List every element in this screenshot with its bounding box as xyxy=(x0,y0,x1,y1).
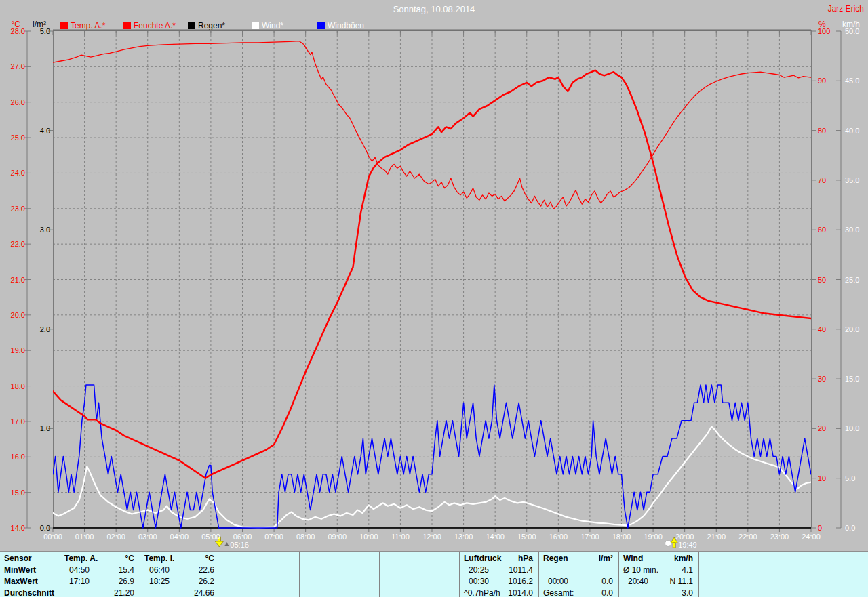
x-axis-tick-label: 00:00 xyxy=(38,533,68,541)
table-col-unit: l/m² xyxy=(543,554,613,564)
x-axis-tick-label: 08:00 xyxy=(291,533,321,541)
table-cell-value: 1014.0 xyxy=(464,588,533,597)
table-cell-value: 21.20 xyxy=(64,588,134,597)
x-axis-tick-label: 04:00 xyxy=(164,533,194,541)
x-axis-tick-label: 18:00 xyxy=(607,533,637,541)
wind-axis-tick-label: 25.0 xyxy=(845,276,867,284)
x-axis-tick-label: 11:00 xyxy=(385,533,415,541)
x-axis-tick-label: 23:00 xyxy=(764,533,794,541)
table-cell-value: 0.0 xyxy=(543,577,613,587)
temp-axis-tick-label: 26.0 xyxy=(0,98,25,106)
table-row-label: MinWert xyxy=(4,565,58,575)
table-col-unit: hPa xyxy=(464,554,533,564)
wind-axis-tick-label: 20.0 xyxy=(845,325,867,333)
chart-plot-area: 05:1619:49 xyxy=(0,0,868,551)
table-cell-value: 4.1 xyxy=(623,565,693,575)
humidity-axis-tick-label: 70 xyxy=(818,176,838,184)
wind-axis-tick-label: 10.0 xyxy=(845,424,867,432)
humidity-axis-tick-label: 40 xyxy=(818,325,838,333)
stats-table: SensorMinWertMaxWertDurchschnittTemp. A.… xyxy=(0,551,868,597)
table-column-divider xyxy=(299,552,300,597)
table-cell-value: 22.6 xyxy=(144,565,214,575)
humidity-axis-tick-label: 0 xyxy=(818,524,838,532)
table-cell-value: 26.9 xyxy=(64,577,134,587)
table-column-divider xyxy=(698,552,699,597)
table-col-unit: °C xyxy=(64,554,134,564)
x-axis-tick-label: 10:00 xyxy=(354,533,384,541)
rain-axis-tick-label: 1.0 xyxy=(27,424,50,432)
table-cell-value: 24.66 xyxy=(144,588,214,597)
humidity-axis-tick-label: 80 xyxy=(818,127,838,135)
x-axis-tick-label: 14:00 xyxy=(480,533,510,541)
wind-axis-tick-label: 35.0 xyxy=(845,176,867,184)
x-axis-tick-label: 01:00 xyxy=(70,533,100,541)
temp-axis-tick-label: 24.0 xyxy=(0,169,25,177)
x-axis-tick-label: 07:00 xyxy=(259,533,289,541)
table-column-divider xyxy=(618,552,619,597)
wind-axis-tick-label: 5.0 xyxy=(845,474,867,482)
table-cell-value: 0.0 xyxy=(543,588,613,597)
temp-axis-tick-label: 19.0 xyxy=(0,346,25,354)
table-column-divider xyxy=(60,552,60,597)
temp-axis-tick-label: 18.0 xyxy=(0,382,25,390)
series-temp-a- xyxy=(53,70,811,478)
x-axis-tick-label: 17:00 xyxy=(575,533,605,541)
temp-axis-tick-label: 21.0 xyxy=(0,276,25,284)
wind-axis-tick-label: 40.0 xyxy=(845,127,867,135)
humidity-axis-tick-label: 30 xyxy=(818,375,838,383)
x-axis-tick-label: 19:00 xyxy=(638,533,668,541)
wind-axis-tick-label: 0.0 xyxy=(845,524,867,532)
temp-axis-tick-label: 20.0 xyxy=(0,311,25,319)
table-cell-value: 3.0 xyxy=(623,588,693,597)
table-cell-value: 1011.4 xyxy=(464,565,533,575)
x-axis-tick-label: 16:00 xyxy=(543,533,573,541)
x-axis-tick-label: 02:00 xyxy=(101,533,131,541)
weather-station-chart-window: Sonntag, 10.08.2014 Jarz Erich °C l/m² %… xyxy=(0,0,868,597)
temp-axis-tick-label: 25.0 xyxy=(0,133,25,142)
x-axis-tick-label: 22:00 xyxy=(733,533,763,541)
rain-axis-tick-label: 0.0 xyxy=(27,524,50,532)
table-row-label: MaxWert xyxy=(4,577,58,587)
table-col-unit: °C xyxy=(144,554,214,564)
wind-axis-tick-label: 30.0 xyxy=(845,226,867,234)
x-axis-tick-label: 13:00 xyxy=(449,533,479,541)
temp-axis-tick-label: 22.0 xyxy=(0,240,25,248)
rain-axis-tick-label: 4.0 xyxy=(27,127,50,135)
humidity-axis-tick-label: 60 xyxy=(818,226,838,234)
table-row-label: Sensor xyxy=(4,554,58,564)
table-column-divider xyxy=(220,552,220,597)
table-col-unit: km/h xyxy=(623,554,693,564)
wind-axis-tick-label: 50.0 xyxy=(845,27,867,35)
x-axis-tick-label: 12:00 xyxy=(417,533,447,541)
table-cell-value: 1016.2 xyxy=(464,577,533,587)
x-axis-tick-label: 20:00 xyxy=(670,533,700,541)
humidity-axis-tick-label: 90 xyxy=(818,77,838,85)
temp-axis-tick-label: 17.0 xyxy=(0,417,25,426)
table-row-label: Durchschnitt xyxy=(4,588,58,597)
x-axis-tick-label: 21:00 xyxy=(701,533,731,541)
wind-axis-tick-label: 15.0 xyxy=(845,375,867,383)
marker-time-label: 19:49 xyxy=(678,541,697,549)
gridlines xyxy=(53,31,811,528)
rain-axis-tick-label: 3.0 xyxy=(27,226,50,234)
humidity-axis-tick-label: 100 xyxy=(818,27,838,35)
humidity-axis-tick-label: 50 xyxy=(818,276,838,284)
x-axis-tick-label: 03:00 xyxy=(133,533,163,541)
rain-axis-tick-label: 5.0 xyxy=(27,27,50,35)
x-axis-tick-label: 15:00 xyxy=(512,533,542,541)
humidity-axis-tick-label: 20 xyxy=(818,424,838,432)
table-column-divider xyxy=(459,552,460,597)
table-cell-value: 15.4 xyxy=(64,565,134,575)
temp-axis-tick-label: 15.0 xyxy=(0,489,25,497)
x-axis-tick-label: 05:00 xyxy=(196,533,226,541)
wind-axis-tick-label: 45.0 xyxy=(845,77,867,85)
table-column-divider xyxy=(379,552,380,597)
temp-axis-tick-label: 27.0 xyxy=(0,62,25,70)
x-axis-tick-label: 09:00 xyxy=(322,533,352,541)
rain-axis-tick-label: 2.0 xyxy=(27,325,50,333)
table-cell-value: 26.2 xyxy=(144,577,214,587)
marker-time-label: 05:16 xyxy=(230,541,249,549)
x-axis-tick-label: 06:00 xyxy=(228,533,258,541)
temp-axis-tick-label: 28.0 xyxy=(0,27,25,35)
x-axis-tick-label: 24:00 xyxy=(796,533,826,541)
